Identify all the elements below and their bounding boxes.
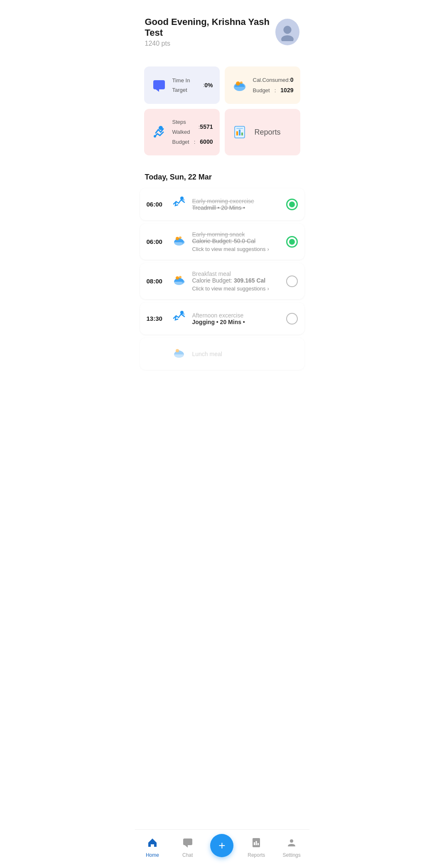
home-label: Home — [146, 852, 159, 858]
steps-walked-label: Steps Walked — [172, 117, 199, 137]
steps-card[interactable]: Steps Walked : 5571 Budget : 6000 — [144, 109, 220, 155]
svg-point-1 — [281, 35, 294, 41]
subtitle-2: Calorie Budget: 50.0 Cal — [192, 238, 280, 244]
details-2: Early morning snack Calorie Budget: 50.0… — [192, 231, 280, 252]
details-1: Early morning excercise Treadmill • 20 M… — [192, 198, 280, 211]
check-3[interactable] — [286, 275, 298, 287]
header-text: Good Evening, Krishna Yash Test 1240 pts — [145, 17, 276, 47]
steps-info: Steps Walked : 5571 Budget : 6000 — [172, 117, 213, 147]
home-icon — [147, 837, 158, 851]
title-2: Early morning snack — [192, 231, 280, 238]
time-in-target-card[interactable]: Time In Target : 0% — [144, 66, 220, 104]
svg-rect-14 — [236, 128, 243, 129]
exercise-icon-4 — [172, 310, 186, 327]
schedule-list: 06:00 Early morning excercise Treadmill … — [135, 188, 309, 370]
section-date: Today, Sun, 22 Mar — [135, 166, 309, 185]
food-icon-5 — [172, 345, 186, 362]
svg-point-28 — [176, 349, 179, 352]
chevron-right-icon-3: › — [267, 285, 269, 292]
svg-rect-34 — [258, 843, 259, 845]
food-icon — [231, 77, 248, 93]
cal-consumed-row: Cal.Consumed : 0 — [253, 75, 294, 85]
steps-budget-label: Budget — [172, 137, 189, 147]
points: 1240 pts — [145, 40, 276, 47]
steps-budget-row: Budget : 6000 — [172, 137, 213, 147]
nav-add-button[interactable]: + — [210, 834, 233, 857]
exercise-icon-1 — [172, 196, 186, 213]
title-1: Early morning excercise — [192, 198, 280, 204]
avatar[interactable] — [275, 19, 299, 45]
check-2[interactable] — [286, 236, 298, 248]
svg-point-20 — [182, 241, 184, 244]
header: Good Evening, Krishna Yash Test 1240 pts — [135, 0, 309, 56]
details-5: Lunch meal — [192, 351, 298, 357]
steps-budget-value: 6000 — [200, 137, 213, 147]
subtitle-3: Calorie Budget: 309.165 Cal — [192, 277, 280, 284]
svg-point-24 — [182, 280, 184, 283]
svg-point-18 — [176, 237, 179, 240]
schedule-item-1[interactable]: 06:00 Early morning excercise Treadmill … — [140, 188, 304, 220]
bottom-nav: Home Chat + Reports — [135, 829, 309, 868]
budget-row: Budget : 1029 — [253, 85, 294, 96]
nav-settings[interactable]: Settings — [279, 837, 304, 858]
svg-point-35 — [290, 839, 293, 843]
reports-nav-icon — [251, 837, 262, 851]
schedule-item-5[interactable]: Lunch meal — [140, 338, 304, 370]
cal-consumed-value: 0 — [290, 75, 294, 85]
budget-value: 1029 — [280, 85, 293, 96]
time-4: 13:30 — [147, 315, 166, 322]
time-1: 06:00 — [147, 201, 166, 208]
settings-icon — [286, 837, 297, 851]
time-3: 08:00 — [147, 278, 166, 285]
nav-chat[interactable]: Chat — [175, 837, 200, 858]
nav-reports[interactable]: Reports — [244, 837, 269, 858]
cal-info: Cal.Consumed : 0 Budget : 1029 — [253, 75, 294, 96]
svg-rect-32 — [254, 842, 255, 845]
stats-grid: Time In Target : 0% Cal.Consumed : 0 — [142, 64, 303, 158]
steps-walked-value: 5571 — [200, 122, 213, 132]
cal-consumed-card[interactable]: Cal.Consumed : 0 Budget : 1029 — [225, 66, 300, 104]
budget-label: Budget — [253, 86, 270, 95]
avatar-icon — [278, 23, 297, 41]
check-1[interactable] — [286, 199, 298, 210]
link-3[interactable]: Click to view meal suggestions › — [192, 285, 280, 292]
chat-nav-icon — [182, 837, 193, 851]
schedule-item-3[interactable]: 08:00 Breakfast meal Calorie Budget: 309… — [140, 263, 304, 299]
details-3: Breakfast meal Calorie Budget: 309.165 C… — [192, 270, 280, 292]
chat-label: Chat — [182, 852, 193, 858]
link-2[interactable]: Click to view meal suggestions › — [192, 246, 280, 252]
reports-card[interactable]: Reports — [225, 109, 300, 155]
cal-consumed-label: Cal.Consumed — [253, 75, 289, 85]
nav-home[interactable]: Home — [140, 837, 165, 858]
schedule-item-4[interactable]: 13:30 Afternoon excercise Jogging • 20 M… — [140, 302, 304, 334]
title-3: Breakfast meal — [192, 270, 280, 277]
svg-point-22 — [176, 276, 179, 280]
time-in-target-row: Time In Target : 0% — [172, 76, 213, 95]
time-in-target-label: Time In Target — [172, 76, 203, 95]
check-4[interactable] — [286, 313, 298, 325]
svg-point-6 — [236, 81, 240, 86]
svg-rect-11 — [236, 131, 238, 135]
svg-rect-29 — [183, 838, 192, 845]
time-2: 06:00 — [147, 238, 166, 245]
svg-rect-13 — [241, 133, 243, 135]
svg-point-9 — [154, 135, 156, 138]
schedule-item-2[interactable]: 06:00 Early morning snack Calorie Budget… — [140, 224, 304, 260]
svg-point-0 — [283, 26, 291, 34]
svg-point-19 — [179, 236, 182, 239]
steps-walked-row: Steps Walked : 5571 — [172, 117, 213, 137]
svg-rect-2 — [153, 80, 165, 89]
svg-rect-12 — [239, 130, 240, 135]
food-icon-3 — [172, 273, 186, 290]
svg-point-7 — [240, 81, 243, 84]
subtitle-4: Jogging • 20 Mins • — [192, 319, 280, 325]
svg-marker-30 — [185, 845, 188, 848]
svg-rect-33 — [256, 841, 257, 845]
svg-point-26 — [182, 313, 184, 315]
settings-label: Settings — [282, 852, 300, 858]
title-4: Afternoon excercise — [192, 312, 280, 319]
steps-icon — [151, 124, 167, 140]
add-icon: + — [218, 839, 225, 852]
svg-point-16 — [182, 199, 184, 201]
chevron-right-icon-2: › — [267, 246, 269, 252]
